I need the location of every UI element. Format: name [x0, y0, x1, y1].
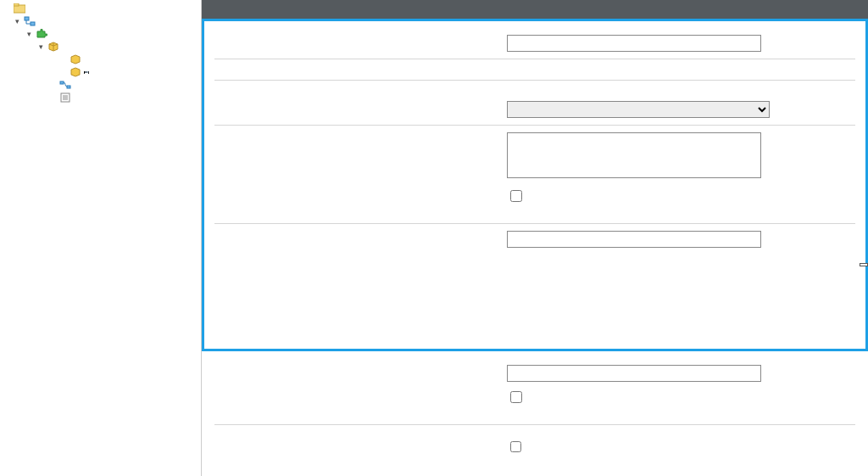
section-password: [214, 224, 855, 255]
mappings-icon: [58, 79, 72, 91]
password-input[interactable]: [507, 231, 761, 248]
data-entities-icon: [47, 41, 60, 53]
data-provider-select[interactable]: [507, 101, 770, 118]
panel-header: [202, 0, 868, 19]
svg-rect-1: [14, 3, 19, 6]
entity-type-value: [507, 66, 855, 73]
svg-rect-3: [31, 22, 35, 25]
main-panel: [202, 0, 868, 476]
data-entity-title-input[interactable]: [507, 35, 761, 52]
expander-icon[interactable]: ▾: [12, 16, 22, 26]
tree-root[interactable]: [2, 2, 201, 14]
tree-entity-label: [84, 71, 89, 73]
folder-icon: [13, 3, 26, 14]
logs-icon: [58, 92, 72, 104]
connection-string-input[interactable]: [507, 132, 761, 178]
section-data-entity-title: [214, 28, 855, 59]
section-connection-string: [214, 126, 855, 224]
section-primary-key: [214, 358, 855, 425]
section-ignore-changes: [214, 425, 855, 462]
svg-rect-5: [67, 86, 70, 88]
expander-icon[interactable]: ▾: [36, 42, 46, 52]
navigation-tree: ▾ ▾ ▾: [0, 0, 202, 476]
ignore-changes-checkbox[interactable]: [510, 441, 521, 452]
section-data-provider: [214, 81, 855, 126]
tree-entity-magento[interactable]: [2, 53, 201, 65]
primary-key-input[interactable]: [507, 365, 761, 382]
tree-data-entities[interactable]: ▾: [2, 40, 201, 53]
svg-rect-4: [60, 81, 64, 84]
encrypt-connection-checkbox[interactable]: [510, 190, 522, 202]
highlighted-settings-region: [202, 19, 868, 351]
expander-icon[interactable]: ▾: [24, 29, 34, 39]
tree-connection-manager[interactable]: ▾: [2, 14, 201, 27]
svg-rect-2: [25, 17, 29, 20]
tree-logs[interactable]: [2, 91, 201, 104]
tree-mappings[interactable]: [2, 78, 201, 91]
section-entity-type: [214, 59, 855, 81]
puzzle-icon: [35, 28, 48, 40]
encrypt-primary-key-checkbox[interactable]: [510, 391, 522, 403]
entity-icon: [69, 53, 82, 65]
tooltip: [860, 263, 868, 266]
tree-entity-sharepoint[interactable]: [2, 65, 201, 78]
connection-manager-icon: [23, 15, 36, 27]
tree-magento[interactable]: ▾: [2, 27, 201, 40]
entity-icon: [69, 66, 82, 78]
